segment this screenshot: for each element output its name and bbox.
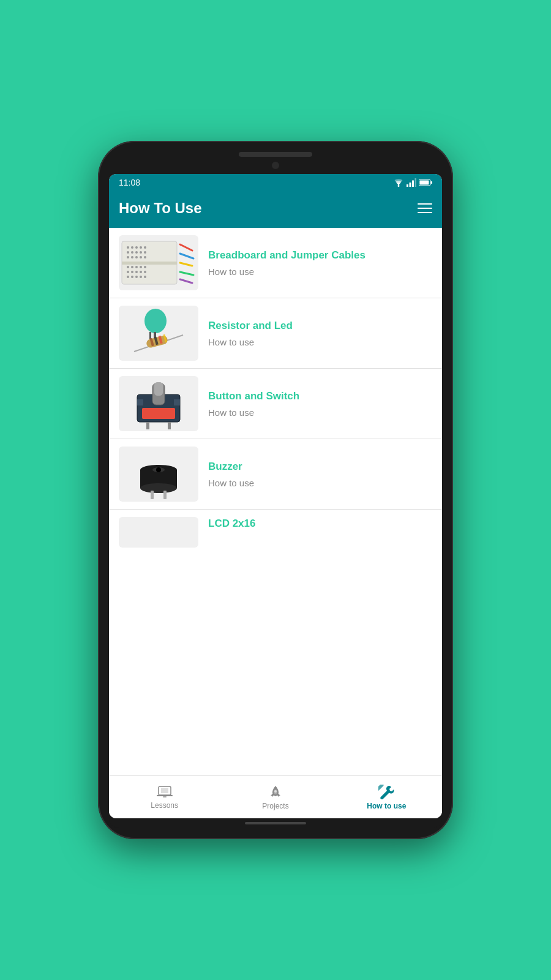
- svg-point-10: [131, 246, 133, 249]
- svg-point-66: [156, 467, 161, 472]
- bottom-nav: Lessons Projects: [109, 775, 442, 818]
- buzzer-image: [119, 447, 198, 502]
- svg-point-32: [140, 271, 142, 273]
- phone-speaker: [239, 152, 312, 157]
- svg-line-44: [180, 279, 192, 283]
- phone-home-bar: [109, 818, 442, 828]
- status-icons: [393, 178, 432, 187]
- svg-point-64: [140, 483, 177, 493]
- resistor-image: [119, 306, 198, 361]
- how-to-use-icon: [378, 785, 394, 799]
- svg-point-31: [135, 271, 138, 273]
- svg-point-33: [144, 271, 146, 273]
- svg-rect-7: [431, 181, 433, 184]
- list-item-partial-lcd[interactable]: LCD 2x16: [109, 510, 442, 550]
- svg-rect-76: [378, 785, 384, 791]
- phone-frame: 11:08: [98, 141, 453, 839]
- svg-point-38: [144, 276, 146, 278]
- svg-rect-68: [163, 491, 167, 499]
- nav-label-lessons: Lessons: [151, 801, 178, 810]
- phone-camera: [272, 162, 279, 169]
- list-item-breadboard[interactable]: Breadboard and Jumper Cables How to use: [109, 228, 442, 298]
- item-text-breadboard: Breadboard and Jumper Cables How to use: [208, 249, 432, 276]
- nav-item-lessons[interactable]: Lessons: [109, 776, 220, 818]
- svg-rect-57: [154, 382, 163, 396]
- svg-point-11: [135, 246, 138, 249]
- status-bar: 11:08: [109, 174, 442, 191]
- wifi-icon: [393, 178, 404, 187]
- svg-line-42: [180, 263, 192, 266]
- nav-item-how-to-use[interactable]: How to use: [331, 776, 442, 818]
- home-indicator: [245, 822, 306, 824]
- svg-rect-70: [161, 788, 168, 793]
- svg-point-12: [140, 246, 142, 249]
- svg-rect-55: [142, 408, 175, 419]
- svg-point-26: [135, 266, 138, 268]
- svg-rect-72: [163, 796, 167, 797]
- svg-point-74: [274, 790, 277, 793]
- svg-rect-6: [420, 181, 429, 185]
- item-subtitle-buzzer: How to use: [208, 478, 432, 488]
- rocket-icon: [268, 785, 283, 799]
- content-list: Breadboard and Jumper Cables How to use: [109, 228, 442, 775]
- laptop-icon: [157, 785, 173, 799]
- svg-point-21: [135, 256, 138, 258]
- svg-point-16: [135, 251, 138, 254]
- svg-rect-59: [174, 399, 180, 405]
- svg-rect-3: [412, 181, 414, 187]
- svg-point-27: [140, 266, 142, 268]
- svg-point-75: [381, 797, 383, 799]
- svg-line-41: [180, 254, 193, 258]
- item-subtitle-switch: How to use: [208, 407, 432, 418]
- item-title-breadboard: Breadboard and Jumper Cables: [208, 249, 432, 262]
- svg-point-20: [131, 256, 133, 258]
- svg-point-28: [144, 266, 146, 268]
- signal-icon: [407, 178, 416, 187]
- svg-point-36: [135, 276, 138, 278]
- svg-point-29: [127, 271, 129, 273]
- svg-rect-60: [146, 422, 149, 429]
- svg-point-34: [127, 276, 129, 278]
- status-time: 11:08: [119, 178, 140, 187]
- item-text-lcd-partial: LCD 2x16: [208, 517, 432, 534]
- svg-point-30: [131, 271, 133, 273]
- svg-rect-2: [410, 183, 411, 187]
- svg-point-13: [144, 246, 146, 249]
- item-text-resistor: Resistor and Led How to use: [208, 319, 432, 347]
- item-subtitle-resistor: How to use: [208, 337, 432, 347]
- app-bar-title: How To Use: [119, 200, 202, 217]
- battery-icon: [419, 179, 432, 186]
- svg-rect-1: [407, 184, 408, 187]
- svg-rect-67: [151, 491, 154, 499]
- item-text-switch: Button and Switch How to use: [208, 390, 432, 417]
- nav-label-projects: Projects: [262, 802, 288, 810]
- svg-rect-71: [157, 795, 173, 796]
- svg-point-19: [127, 256, 129, 258]
- list-item-resistor[interactable]: Resistor and Led How to use: [109, 298, 442, 369]
- svg-point-17: [140, 251, 142, 254]
- item-text-buzzer: Buzzer How to use: [208, 460, 432, 488]
- svg-line-43: [180, 272, 193, 275]
- list-item-switch[interactable]: Button and Switch How to use: [109, 369, 442, 439]
- item-title-lcd-partial: LCD 2x16: [208, 517, 432, 530]
- svg-rect-39: [122, 262, 177, 265]
- app-bar: How To Use: [109, 191, 442, 228]
- menu-button[interactable]: [418, 203, 432, 213]
- item-title-switch: Button and Switch: [208, 390, 432, 403]
- item-subtitle-breadboard: How to use: [208, 266, 432, 277]
- item-title-resistor: Resistor and Led: [208, 319, 432, 333]
- item-image-lcd-partial: [119, 517, 198, 548]
- svg-point-14: [127, 251, 129, 254]
- breadboard-image: [119, 235, 198, 290]
- svg-point-25: [131, 266, 133, 268]
- svg-point-18: [144, 251, 146, 254]
- phone-screen: 11:08: [109, 174, 442, 818]
- svg-line-40: [180, 244, 192, 251]
- list-item-buzzer[interactable]: Buzzer How to use: [109, 439, 442, 510]
- nav-item-projects[interactable]: Projects: [220, 776, 331, 818]
- svg-point-22: [140, 256, 142, 258]
- svg-point-9: [127, 246, 129, 249]
- switch-image: [119, 376, 198, 431]
- item-image-breadboard: [119, 235, 198, 290]
- item-image-switch: [119, 376, 198, 431]
